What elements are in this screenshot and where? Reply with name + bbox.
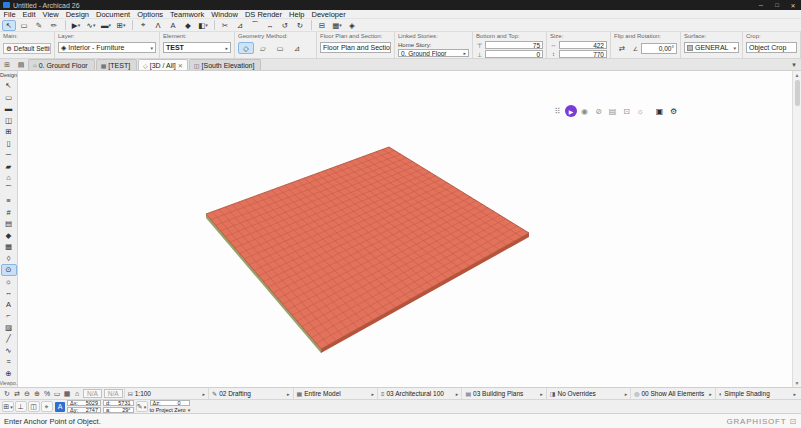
wall-dropdown-button[interactable]: ▬▾: [99, 20, 113, 31]
grid-dropdown-button[interactable]: ⊞▾: [114, 20, 128, 31]
zoom-value-box[interactable]: N/A: [83, 389, 102, 398]
arrow-tool[interactable]: ↖: [1, 80, 17, 92]
3d-settings-icon[interactable]: ⚙: [667, 105, 680, 117]
window-tool[interactable]: ⊞: [1, 126, 17, 138]
floorplan-combo[interactable]: Floor Plan and Sections...▸: [320, 42, 391, 53]
renovation-filter-selector[interactable]: ◎00 Show All Elements▸: [630, 388, 714, 399]
3d-viewport[interactable]: ⠿▶◉⊘▤⊡☼▣⚙: [18, 71, 792, 387]
default-settings-button[interactable]: ⚙Default Settings: [3, 43, 51, 54]
rotate-ccw-button[interactable]: ↺: [278, 20, 292, 31]
marquee-tool[interactable]: ▭: [1, 92, 17, 104]
zoom-in-icon[interactable]: ⊕: [32, 390, 42, 398]
dx-field[interactable]: 5029: [80, 401, 98, 406]
geometry-method-3[interactable]: ▭: [272, 42, 288, 54]
distance-field[interactable]: 5731: [113, 401, 131, 406]
tab-close-icon[interactable]: ✕: [178, 62, 183, 69]
column-tool[interactable]: ▯: [1, 138, 17, 150]
tab-ground-floor[interactable]: ⌂0. Ground Floor: [28, 59, 95, 70]
fit-in-window-icon[interactable]: ▭: [52, 390, 62, 398]
maximize-button[interactable]: □: [769, 2, 785, 8]
layer-combo[interactable]: ◈ Interior - Furniture▾: [58, 42, 156, 53]
door-tool[interactable]: ◫: [1, 115, 17, 127]
zoom-percent-icon[interactable]: %: [42, 390, 52, 398]
vertical-scrollbar[interactable]: ▲ ▼: [792, 71, 801, 387]
tab-test[interactable]: ▦[TEST]: [96, 59, 137, 70]
lamp-tool[interactable]: ☼: [1, 276, 17, 288]
3d-style-selector[interactable]: ◐Simple Shading▸: [715, 388, 799, 399]
polyline-tool[interactable]: ∿: [1, 345, 17, 357]
bottom-offset-field[interactable]: 0: [485, 50, 543, 58]
curtain-wall-tool[interactable]: ▤: [1, 218, 17, 230]
marquee-tool-button[interactable]: ▭: [17, 20, 31, 31]
top-offset-field[interactable]: 75: [485, 41, 543, 49]
label-tool[interactable]: ⌐: [1, 310, 17, 322]
modify-dropdown-button[interactable]: ▶▾: [69, 20, 83, 31]
scroll-up-icon[interactable]: ▲: [795, 71, 800, 79]
menu-item[interactable]: Options: [134, 10, 167, 19]
menu-item[interactable]: Teamwork: [167, 10, 208, 19]
camera-icon[interactable]: ⊡: [620, 105, 633, 117]
size-width-field[interactable]: 422: [559, 41, 607, 49]
pen-dropdown-button[interactable]: ✎▾: [136, 401, 148, 412]
guide-lines-button[interactable]: ◫: [28, 401, 40, 412]
menu-item[interactable]: Edit: [19, 10, 39, 19]
dimension-tool[interactable]: ↔: [1, 287, 17, 299]
rebuild-icon[interactable]: ↻: [2, 390, 12, 398]
orientation-value-box[interactable]: N/A: [104, 389, 123, 398]
pick-up-parameters-button[interactable]: ✎: [32, 20, 46, 31]
graphic-override-selector[interactable]: ◨No Overrides▸: [546, 388, 630, 399]
structure-filter-selector[interactable]: ▦Entire Model▸: [293, 388, 377, 399]
geometry-method-1[interactable]: ◇: [238, 42, 254, 54]
flip-button[interactable]: ⇄: [614, 43, 630, 55]
spline-tool[interactable]: ≈: [1, 356, 17, 368]
quick-layout-icon[interactable]: ⊞: [0, 59, 14, 70]
size-height-field[interactable]: 770: [559, 50, 607, 58]
text-tool[interactable]: A: [1, 299, 17, 311]
slab-tool[interactable]: ▰: [1, 161, 17, 173]
curve-dropdown-button[interactable]: ∿▾: [84, 20, 98, 31]
text-style-button[interactable]: A: [166, 20, 180, 31]
menu-item[interactable]: Help: [286, 10, 308, 19]
menu-item[interactable]: DS Render: [241, 10, 285, 19]
inject-parameters-button[interactable]: ✏: [47, 20, 61, 31]
tab-list-dropdown-icon[interactable]: ▾: [787, 59, 801, 70]
surface-combo[interactable]: GENERAL▾: [684, 42, 739, 53]
fillet-button[interactable]: ⌒: [248, 20, 262, 31]
wall-tool[interactable]: ▬: [1, 103, 17, 115]
object-tool[interactable]: ⊙: [1, 264, 17, 276]
menu-item[interactable]: File: [0, 10, 19, 19]
element-combo[interactable]: TEST▸: [163, 42, 231, 53]
home-story-combo[interactable]: 0. Ground Floor▸: [398, 49, 469, 57]
dy-field[interactable]: 2747: [80, 408, 98, 413]
menu-item[interactable]: Design: [62, 10, 92, 19]
layers-button[interactable]: ⊟: [315, 20, 329, 31]
menu-item[interactable]: View: [39, 10, 62, 19]
scroll-down-icon[interactable]: ▼: [795, 379, 800, 387]
morph-button[interactable]: ◆: [181, 20, 195, 31]
home-zoom-icon[interactable]: ⌂: [72, 390, 82, 398]
beam-tool[interactable]: ─: [1, 149, 17, 161]
rotation-field[interactable]: 0,00°: [641, 43, 677, 54]
navigator-icon[interactable]: ▤: [14, 59, 28, 70]
orbit-icon[interactable]: ◉: [578, 105, 591, 117]
dimension-standard-selector[interactable]: ▤03 Building Plans▸: [461, 388, 545, 399]
view-options-button[interactable]: ▦▾: [330, 20, 344, 31]
tab-south-elevation[interactable]: ◫[South Elevation]: [189, 59, 262, 70]
geometry-method-4[interactable]: ⊿: [289, 42, 305, 54]
crop-combo[interactable]: Object Crop: [746, 42, 797, 53]
favorites-button[interactable]: ◈: [345, 20, 359, 31]
fill-dropdown-button[interactable]: ◧▾: [196, 20, 210, 31]
angle-field[interactable]: 29°: [113, 408, 131, 413]
bimx-play-icon[interactable]: ▶: [565, 105, 577, 117]
zone-tool[interactable]: ◊: [1, 253, 17, 265]
morph-tool[interactable]: ◆: [1, 230, 17, 242]
filmstrip-icon[interactable]: ▤: [606, 105, 619, 117]
hotspot-tool[interactable]: ⊕: [1, 368, 17, 380]
pan-icon[interactable]: ⇄: [12, 390, 22, 398]
zoom-out-icon[interactable]: ⊖: [22, 390, 32, 398]
menu-item[interactable]: Window: [208, 10, 242, 19]
slab-element[interactable]: [18, 71, 792, 387]
arrow-tool-button[interactable]: ↖: [2, 20, 16, 31]
scrollbar-thumb[interactable]: [795, 80, 800, 106]
trim-button[interactable]: ✂: [218, 20, 232, 31]
